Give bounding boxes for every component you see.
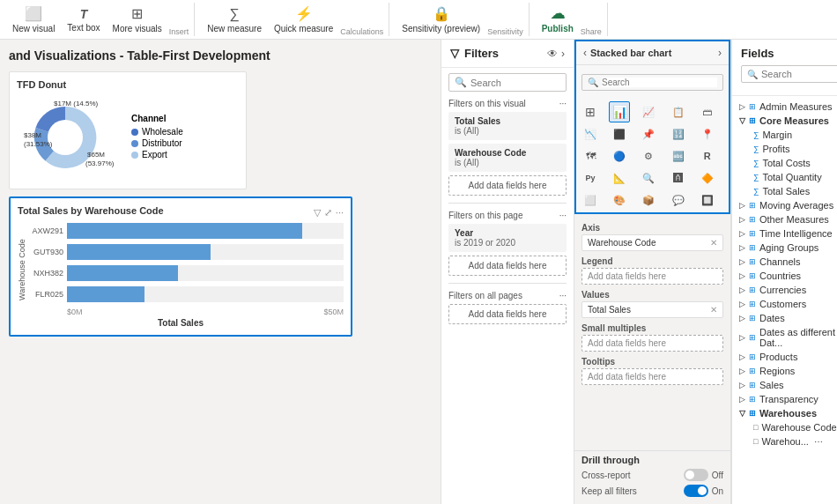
field-item-warehouse-2[interactable]: □ Warehou... ⋯: [732, 434, 837, 448]
field-group-sales[interactable]: ▷ ⊞ Sales: [732, 378, 837, 392]
field-item-total-sales[interactable]: ∑ Total Sales: [732, 184, 837, 198]
viz-icon-scatter[interactable]: ⬛: [609, 123, 630, 145]
table-icon-11: ⊞: [749, 333, 756, 342]
viz-icon-card[interactable]: 🔤: [668, 145, 689, 167]
field-group-time-intelligence[interactable]: ▷ ⊞ Time Intelligence: [732, 226, 837, 241]
viz-icon-r-visual[interactable]: R: [697, 145, 718, 167]
viz-icon-table[interactable]: ⊞: [580, 101, 601, 122]
bar-chart-card[interactable]: Total Sales by Warehouse Code ▽ ⤢ ··· Wa…: [9, 196, 352, 337]
fields-search-input[interactable]: [761, 69, 837, 79]
expand-icon[interactable]: ⤢: [324, 207, 332, 219]
viz-icon-ribbon[interactable]: 🗃: [697, 101, 718, 122]
viz-icon-waterfall[interactable]: 📉: [580, 123, 601, 145]
filters-search-input[interactable]: [470, 78, 560, 88]
filter-card-total-sales[interactable]: Total Sales is (All): [448, 112, 567, 140]
field-group-core-measures[interactable]: ▽ ⊞ Core Measures: [732, 114, 837, 128]
field-group-customers[interactable]: ▷ ⊞ Customers: [732, 297, 837, 311]
viz-icon-analytics[interactable]: 📦: [638, 189, 659, 211]
publish-button[interactable]: ☁ Publish: [537, 3, 579, 36]
viz-icon-stacked-bar[interactable]: 📊: [609, 101, 630, 122]
keep-filters-track[interactable]: [684, 485, 708, 497]
viz-icon-slicer[interactable]: 🔍: [638, 167, 659, 189]
more-icon[interactable]: ···: [559, 99, 567, 108]
field-item-total-costs[interactable]: ∑ Total Costs: [732, 156, 837, 170]
viz-icon-line[interactable]: 📈: [638, 101, 659, 122]
field-group-dates[interactable]: ▷ ⊞ Dates: [732, 311, 837, 325]
keep-filters-toggle[interactable]: On: [684, 485, 723, 497]
fields-search-box[interactable]: 🔍: [741, 65, 837, 83]
chevron-right-viz-icon[interactable]: ›: [718, 47, 722, 59]
axis-field-box[interactable]: Warehouse Code ✕: [581, 234, 723, 251]
viz-icon-shape[interactable]: 🔶: [697, 167, 718, 189]
field-item-warehouse-code[interactable]: □ Warehouse Code: [732, 420, 837, 434]
more-icon[interactable]: ···: [336, 207, 344, 219]
viz-icon-map[interactable]: 🗺: [580, 145, 601, 167]
keep-filters-state: On: [712, 486, 723, 496]
viz-icon-qa[interactable]: 💬: [668, 189, 689, 211]
small-multiples-field-add[interactable]: Add data fields here: [581, 335, 723, 352]
viz-search-box[interactable]: 🔍: [581, 74, 723, 91]
viz-icon-format[interactable]: 🎨: [609, 189, 630, 211]
field-item-total-quantity[interactable]: ∑ Total Quantity: [732, 170, 837, 184]
donut-chart-card[interactable]: TFD Donut $38M: [9, 71, 247, 189]
add-data-all-btn[interactable]: Add data fields here: [448, 304, 567, 324]
sensitivity-button[interactable]: 🔒 Sensitivity (preview): [396, 3, 485, 36]
filters-panel: ▽ Filters 👁 › 🔍 Filters on this visual ·…: [441, 40, 574, 504]
field-item-profits[interactable]: ∑ Profits: [732, 142, 837, 156]
viz-icon-py[interactable]: Py: [580, 167, 601, 189]
field-group-moving-averages[interactable]: ▷ ⊞ Moving Averages: [732, 198, 837, 212]
viz-icon-axis[interactable]: ⬜: [580, 189, 601, 211]
filter-card-warehouse-code[interactable]: Warehouse Code is (All): [448, 144, 567, 172]
viz-search-input[interactable]: [602, 78, 717, 87]
field-group-products[interactable]: ▷ ⊞ Products: [732, 350, 837, 364]
values-field-box[interactable]: Total Sales ✕: [581, 301, 723, 318]
bar-chart-bars: AXW291 GUT930 NXH382 FLR025: [28, 223, 344, 316]
field-group-other-measures[interactable]: ▷ ⊞ Other Measures: [732, 212, 837, 226]
remove-axis-icon[interactable]: ✕: [710, 238, 717, 248]
table-icon-3: ⊞: [749, 215, 756, 224]
field-group-dates-different[interactable]: ▷ ⊞ Dates as different Dat...: [732, 325, 837, 350]
field-group-admin-measures[interactable]: ▷ ⊞ Admin Measures: [732, 100, 837, 114]
field-group-warehouses[interactable]: ▽ ⊞ Warehouses: [732, 406, 837, 420]
chevron-right-icon[interactable]: ›: [561, 48, 565, 60]
field-group-countries[interactable]: ▷ ⊞ Countries: [732, 269, 837, 283]
field-group-regions[interactable]: ▷ ⊞ Regions: [732, 364, 837, 378]
cross-report-track[interactable]: [684, 469, 708, 481]
viz-icon-kpi[interactable]: 📐: [609, 167, 630, 189]
field-group-aging-groups[interactable]: ▷ ⊞ Aging Groups: [732, 241, 837, 255]
chevron-left-icon[interactable]: ‹: [583, 47, 587, 59]
text-box-button[interactable]: T Text box: [62, 4, 105, 35]
field-group-channels[interactable]: ▷ ⊞ Channels: [732, 255, 837, 269]
add-data-visual-btn[interactable]: Add data fields here: [448, 175, 567, 196]
new-measure-button[interactable]: ∑ New measure: [202, 4, 267, 36]
field-item-margin[interactable]: ∑ Margin: [732, 128, 837, 142]
eye-icon[interactable]: 👁: [547, 48, 558, 60]
more-visuals-button[interactable]: ⊞ More visuals: [107, 3, 167, 36]
legend-field-add[interactable]: Add data fields here: [581, 268, 723, 285]
quick-measure-button[interactable]: ⚡ Quick measure: [269, 3, 338, 36]
filter-card-year[interactable]: Year is 2019 or 2020: [448, 224, 567, 252]
viz-icon-gauge[interactable]: ⚙: [638, 145, 659, 167]
sensitivity-icon: 🔒: [433, 5, 450, 22]
filter-icon[interactable]: ▽: [314, 207, 321, 219]
bar-chart-icons: ▽ ⤢ ···: [314, 207, 344, 219]
viz-icon-area[interactable]: 📋: [668, 101, 689, 122]
viz-header: ‹ Stacked bar chart ›: [576, 41, 729, 65]
viz-icon-donut[interactable]: 🔢: [668, 123, 689, 145]
field-group-transparency[interactable]: ▷ ⊞ Transparency: [732, 392, 837, 406]
remove-values-icon[interactable]: ✕: [710, 305, 717, 315]
expand-icon-field[interactable]: ⋯: [814, 437, 823, 447]
cross-report-toggle[interactable]: Off: [684, 469, 723, 481]
tooltips-field-add[interactable]: Add data fields here: [581, 368, 723, 385]
viz-icon-text[interactable]: 🅰: [668, 167, 689, 189]
filters-search-box[interactable]: 🔍: [448, 73, 567, 92]
viz-icon-pie[interactable]: 📌: [638, 123, 659, 145]
viz-icon-treemap[interactable]: 📍: [697, 123, 718, 145]
more-icon-2[interactable]: ···: [559, 211, 567, 220]
viz-icon-decomp[interactable]: 🔲: [697, 189, 718, 211]
new-visual-button[interactable]: ⬜ New visual: [7, 3, 60, 36]
more-icon-3[interactable]: ···: [559, 291, 567, 300]
field-group-currencies[interactable]: ▷ ⊞ Currencies: [732, 283, 837, 297]
add-data-page-btn[interactable]: Add data fields here: [448, 256, 567, 276]
viz-icon-filled-map[interactable]: 🔵: [609, 145, 630, 167]
